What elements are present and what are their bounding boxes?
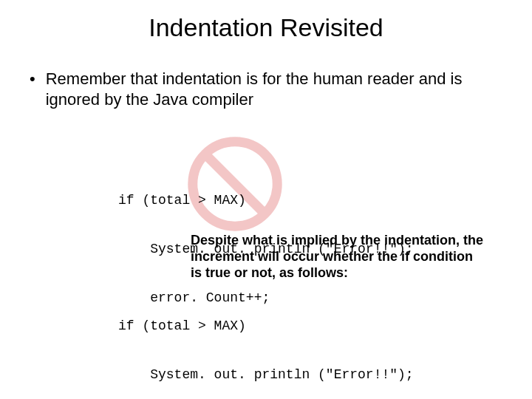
bullet-text: Remember that indentation is for the hum…	[46, 69, 480, 110]
code-line: System. out. println ("Error!!");	[118, 366, 414, 383]
slide-title: Indentation Revisited	[0, 13, 532, 42]
code-line: System. out. println ("Error!!");	[118, 241, 414, 257]
bullet-marker: •	[30, 69, 35, 89]
slide: Indentation Revisited • Remember that in…	[0, 13, 532, 399]
code-example-bad: if (total > MAX) System. out. println ("…	[118, 160, 414, 338]
code-line: if (total > MAX)	[118, 192, 414, 208]
code-line: error. Count++;	[118, 290, 414, 306]
bullet-item: • Remember that indentation is for the h…	[30, 69, 480, 110]
